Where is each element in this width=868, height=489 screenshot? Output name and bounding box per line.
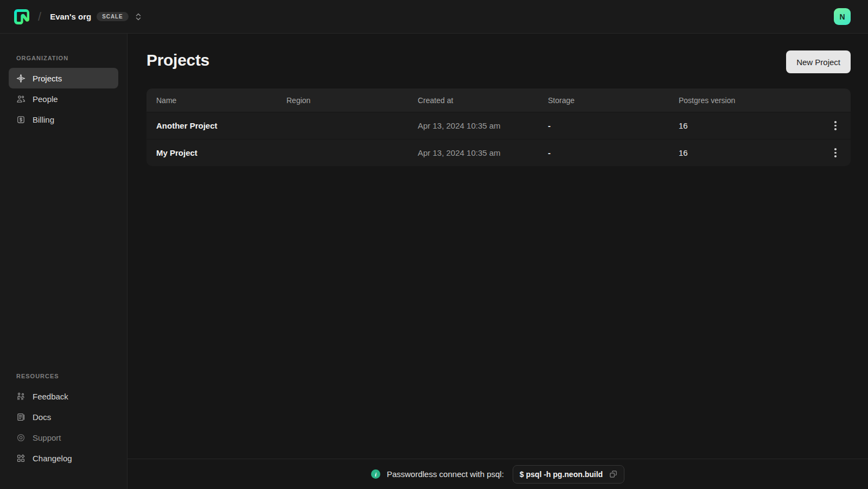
people-icon — [16, 94, 25, 104]
main-content: Projects New Project Name Region Created… — [127, 34, 868, 489]
sidebar-item-label: Projects — [33, 74, 62, 83]
user-avatar[interactable]: N — [834, 8, 851, 25]
topbar: / Evan's org SCALE N — [0, 0, 868, 34]
sidebar-item-docs[interactable]: Docs — [9, 407, 118, 427]
sidebar-item-label: Changelog — [33, 454, 72, 463]
sidebar-item-projects[interactable]: Projects — [9, 68, 118, 88]
sidebar-item-label: Support — [33, 433, 61, 442]
projects-table: Name Region Created at Storage Postgres … — [146, 88, 851, 166]
copy-icon[interactable] — [609, 470, 617, 478]
neon-logo[interactable] — [14, 9, 29, 24]
project-postgres-version: 16 — [669, 121, 820, 130]
sidebar: ORGANIZATION Projects — [0, 34, 127, 489]
sidebar-item-label: Billing — [33, 115, 54, 124]
section-label-organization: ORGANIZATION — [16, 55, 118, 61]
new-project-button[interactable]: New Project — [786, 50, 851, 73]
column-header-created-at: Created at — [408, 96, 538, 105]
section-label-resources: RESOURCES — [16, 373, 118, 379]
project-storage: - — [538, 121, 669, 130]
project-created-at: Apr 13, 2024 10:35 am — [408, 121, 538, 130]
sidebar-item-label: Docs — [33, 412, 51, 422]
sidebar-section-resources: RESOURCES Feedback — [9, 373, 118, 468]
billing-icon — [16, 115, 25, 124]
sidebar-item-feedback[interactable]: Feedback — [9, 386, 118, 407]
changelog-icon — [16, 454, 25, 463]
docs-icon — [16, 412, 25, 422]
sidebar-item-label: People — [33, 94, 58, 104]
psql-command: $ psql -h pg.neon.build — [520, 470, 603, 479]
neon-logo-icon — [14, 9, 29, 24]
psql-command-box[interactable]: $ psql -h pg.neon.build — [513, 465, 624, 484]
shell: ORGANIZATION Projects — [0, 34, 868, 489]
project-name: My Project — [146, 148, 277, 157]
sidebar-item-label: Feedback — [33, 392, 68, 401]
project-created-at: Apr 13, 2024 10:35 am — [408, 148, 538, 157]
plan-badge: SCALE — [97, 12, 128, 21]
support-icon — [16, 433, 25, 442]
project-name: Another Project — [146, 121, 277, 130]
page-title: Projects — [146, 50, 209, 70]
table-header-row: Name Region Created at Storage Postgres … — [146, 88, 851, 112]
feedback-icon — [16, 392, 25, 401]
chevrons-up-down-icon — [135, 12, 142, 21]
sidebar-item-people[interactable]: People — [9, 88, 118, 109]
info-icon: i — [371, 469, 380, 479]
org-switcher[interactable]: Evan's org SCALE — [50, 12, 142, 21]
sidebar-section-organization: ORGANIZATION Projects — [9, 34, 118, 130]
project-storage: - — [538, 148, 669, 157]
org-name: Evan's org — [50, 12, 91, 21]
sidebar-item-changelog[interactable]: Changelog — [9, 448, 118, 468]
psql-hint-text: Passwordless connect with psql: — [387, 469, 504, 479]
kebab-menu-icon[interactable] — [820, 139, 851, 166]
breadcrumb-slash: / — [38, 10, 41, 24]
column-header-postgres-version: Postgres version — [669, 96, 820, 105]
footer-psql-hint: i Passwordless connect with psql: $ psql… — [127, 459, 868, 489]
kebab-menu-icon[interactable] — [820, 112, 851, 139]
table-row[interactable]: My Project Apr 13, 2024 10:35 am - 16 — [146, 139, 851, 166]
column-header-storage: Storage — [538, 96, 669, 105]
sidebar-item-billing[interactable]: Billing — [9, 109, 118, 130]
main-header: Projects New Project — [146, 50, 851, 73]
project-postgres-version: 16 — [669, 148, 820, 157]
table-row[interactable]: Another Project Apr 13, 2024 10:35 am - … — [146, 112, 851, 139]
neon-console: { "topbar": { "logo": "neon-logo", "divi… — [0, 0, 868, 489]
column-header-name: Name — [146, 96, 277, 105]
sidebar-item-support[interactable]: Support — [9, 427, 118, 448]
column-header-region: Region — [277, 96, 408, 105]
projects-icon — [16, 74, 25, 83]
